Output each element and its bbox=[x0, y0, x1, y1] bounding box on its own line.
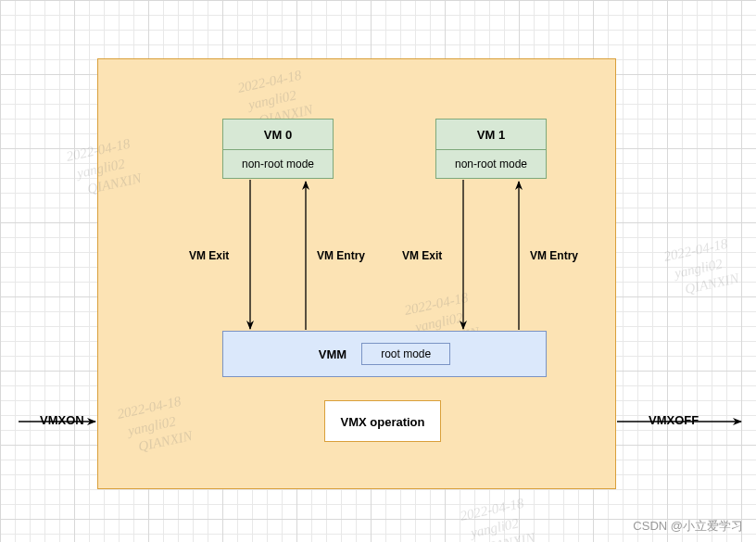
credit-text: CSDN @小立爱学习 bbox=[633, 518, 743, 535]
vm0-entry-label: VM Entry bbox=[317, 249, 365, 262]
vm1-box: VM 1 non-root mode bbox=[435, 119, 547, 179]
vm0-mode: non-root mode bbox=[223, 150, 333, 179]
vmm-label: VMM bbox=[319, 347, 346, 361]
vm1-mode: non-root mode bbox=[436, 150, 546, 179]
diagram-canvas: 2022-04-18 yangli02 QIANXIN 2022-04-18 y… bbox=[0, 0, 756, 542]
vmm-box: VMM root mode bbox=[222, 331, 547, 377]
vm0-title: VM 0 bbox=[223, 120, 333, 150]
watermark: 2022-04-18 yangli02 QIANXIN bbox=[662, 234, 741, 302]
vm1-entry-label: VM Entry bbox=[530, 249, 578, 262]
vmxon-label: VMXON bbox=[40, 413, 84, 427]
vmxoff-label: VMXOFF bbox=[649, 413, 699, 427]
vm1-title: VM 1 bbox=[436, 120, 546, 150]
vm0-exit-label: VM Exit bbox=[189, 249, 229, 262]
vm0-box: VM 0 non-root mode bbox=[222, 119, 334, 179]
vmm-mode: root mode bbox=[361, 343, 450, 365]
watermark: 2022-04-18 yangli02 QIANXIN bbox=[459, 494, 537, 542]
vmx-operation-box: VMX operation bbox=[324, 400, 441, 442]
vm1-exit-label: VM Exit bbox=[402, 249, 442, 262]
